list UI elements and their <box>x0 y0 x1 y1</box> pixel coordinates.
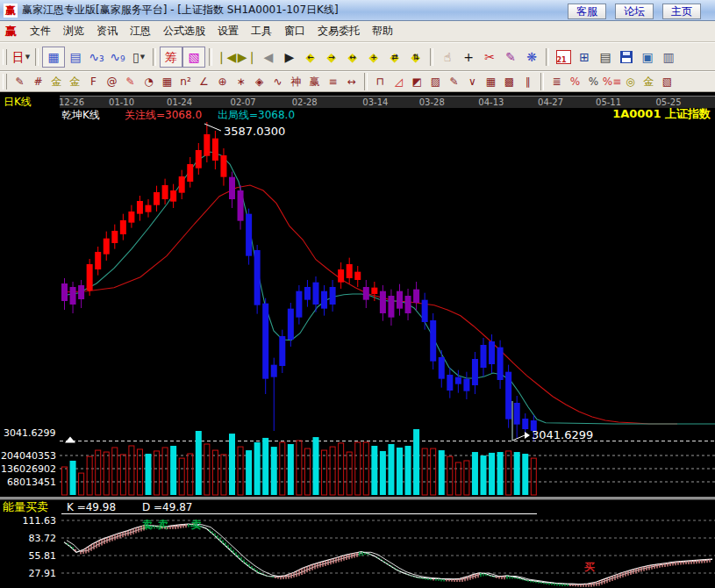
calendar-icon[interactable]: 21 <box>553 47 574 67</box>
golden-levels-icon[interactable]: 金 <box>640 74 658 90</box>
volume-bar <box>388 444 394 495</box>
forum-button[interactable]: 论坛 <box>615 4 654 19</box>
brush-icon[interactable]: ✎ <box>11 74 29 90</box>
angle-tool-icon[interactable]: ∠ <box>195 74 213 90</box>
menu-item-menu-settings[interactable]: 设置 <box>211 21 245 41</box>
child-window-menu-icon[interactable]: 赢 <box>5 24 17 39</box>
box-fan-icon[interactable]: ◩ <box>408 74 426 90</box>
star-lines-icon[interactable]: ∗ <box>232 74 250 90</box>
percent-icon[interactable]: % <box>584 74 603 90</box>
memo-notes-icon[interactable]: ▤ <box>595 47 616 67</box>
wave-tool-icon[interactable]: ∿ <box>268 74 287 90</box>
service-button[interactable]: 客服 <box>568 4 606 19</box>
menu-item-menu-news[interactable]: 资讯 <box>90 21 124 41</box>
expand-h-diamond-icon[interactable]: ◆⇄ <box>384 47 405 67</box>
toolbar-grip[interactable] <box>3 49 7 65</box>
clipped-edge-icon[interactable]: ▧ <box>658 74 676 90</box>
erase-drawing-icon[interactable]: ✂ <box>479 47 500 67</box>
fibonacci-grid-icon[interactable]: F <box>84 74 103 90</box>
oscillator-name-label[interactable]: 能量买卖 <box>3 500 48 513</box>
menu-item-menu-help[interactable]: 帮助 <box>366 21 399 41</box>
candle-body <box>70 287 76 305</box>
grid-ruler-icon[interactable]: # <box>29 74 47 90</box>
kline-period-dropdown-icon[interactable]: 日▼ <box>11 47 32 67</box>
volume-bar <box>246 450 252 495</box>
app-logo-icon: 赢 <box>4 4 18 18</box>
minute-3-chart-icon[interactable]: ∿₃ <box>86 47 107 67</box>
pane-separator[interactable] <box>0 497 715 499</box>
menu-item-menu-tools[interactable]: 工具 <box>245 21 278 41</box>
dense-grid-icon[interactable]: ▦ <box>482 74 500 90</box>
n-square-icon[interactable]: n² <box>176 74 195 90</box>
pencil-line-icon[interactable]: ✎ <box>445 74 463 90</box>
price-scale-icon[interactable]: ≡ <box>324 74 342 90</box>
pan-hand-icon[interactable]: ☝ <box>437 47 458 67</box>
zoom-all-diamond-icon[interactable]: ◆+ <box>363 47 384 67</box>
peak-price-label: 3587.0300 <box>224 125 285 138</box>
percent-levels-icon[interactable]: %≡ <box>603 74 621 90</box>
menu-item-menu-file[interactable]: 文件 <box>24 21 57 41</box>
toolbar-grip[interactable] <box>3 74 7 90</box>
shift-left-diamond-icon[interactable]: ◆← <box>300 47 321 67</box>
zoom-horizontal-diamond-icon[interactable]: ◆↔ <box>342 47 363 67</box>
menu-item-menu-formula-stockpick[interactable]: 公式选股 <box>157 21 211 41</box>
crosshair-icon[interactable]: + <box>458 47 479 67</box>
chart-panel: 12-2601-1001-2402-0702-2803-1403-2804-13… <box>0 92 715 588</box>
candle-body <box>87 264 93 290</box>
golden-grid-1-icon[interactable]: 金 <box>47 74 66 90</box>
prev-page-icon[interactable]: ◀ <box>258 47 279 67</box>
time-cycle-icon[interactable]: ◔ <box>139 74 158 90</box>
candle-body <box>61 283 68 301</box>
zigzag-icon[interactable]: ∨ <box>463 74 482 90</box>
box-hatch-icon[interactable]: ▨ <box>426 74 445 90</box>
candle-body <box>313 283 319 305</box>
last-price-label: 3041.6299 <box>532 428 593 441</box>
candle-body <box>472 359 478 385</box>
win-grid-icon[interactable]: 赢 <box>305 74 324 90</box>
expand-v-diamond-icon[interactable]: ◆⇅ <box>405 47 426 67</box>
candle-style-dropdown-icon[interactable]: ▯▼ <box>128 47 149 67</box>
f10-info-icon[interactable]: ▤ <box>65 47 86 67</box>
marker-pen-icon[interactable]: ✎ <box>121 74 139 90</box>
shen-grid-icon[interactable]: 神 <box>287 74 305 90</box>
volume-bar <box>271 447 277 495</box>
first-page-icon[interactable]: ❘◀ <box>216 47 237 67</box>
candle-body <box>220 155 226 177</box>
multi-window-icon[interactable]: ▣ <box>637 47 658 67</box>
symbol-label: 1A0001 上证指数 <box>612 107 711 120</box>
gann-wheel-icon[interactable]: ⊕ <box>213 74 232 90</box>
chart-canvas[interactable]: 12-2601-1001-2402-0702-2803-1403-2804-13… <box>0 92 715 588</box>
fan-lines-icon[interactable]: ◿ <box>390 74 408 90</box>
spiral-icon[interactable]: @ <box>103 74 121 90</box>
color-kline-icon[interactable]: ▧ <box>182 47 205 68</box>
minute-9-chart-icon[interactable]: ∿₉ <box>107 47 128 67</box>
golden-grid-2-icon[interactable]: 金 <box>66 74 84 90</box>
golden-circle-icon[interactable]: ◎ <box>621 74 640 90</box>
menu-item-menu-trade-entrust[interactable]: 交易委托 <box>311 21 366 41</box>
parallel-lines-icon[interactable]: ∥ <box>518 74 537 90</box>
calculator-icon[interactable]: ⊞ <box>574 47 595 67</box>
volume-bar <box>70 461 76 495</box>
market-quote-computer-icon[interactable]: ▥ <box>658 47 679 67</box>
next-page-icon[interactable]: ▶ <box>279 47 300 67</box>
menu-item-menu-gann[interactable]: 江恩 <box>124 21 157 41</box>
gann-draw-icon[interactable]: ❋ <box>521 47 542 67</box>
ladder-scale-icon[interactable]: ≣ <box>547 74 566 90</box>
percent-retrace-icon[interactable]: % <box>566 74 584 90</box>
draw-shape-icon[interactable]: ✎ <box>500 47 521 67</box>
dynamic-board-icon[interactable]: ▦ <box>42 47 65 68</box>
chip-distribution-icon[interactable]: 筹 <box>160 47 182 68</box>
spider-web-icon[interactable]: ◈ <box>250 74 268 90</box>
home-button[interactable]: 主页 <box>662 4 701 19</box>
grid-square-icon[interactable]: ▩ <box>500 74 518 90</box>
range-arrows-icon[interactable]: ↔ <box>342 74 361 90</box>
menu-item-menu-browse[interactable]: 浏览 <box>57 21 90 41</box>
menu-item-menu-window[interactable]: 窗口 <box>278 21 311 41</box>
volume-bar <box>439 450 445 495</box>
last-page-icon[interactable]: ▶❘ <box>237 47 258 67</box>
hatch-grid-icon[interactable]: ▦ <box>158 74 176 90</box>
rect-tool-icon[interactable]: ⊓ <box>371 74 390 90</box>
save-icon[interactable] <box>616 47 637 67</box>
shift-right-diamond-icon[interactable]: ◆→ <box>321 47 342 67</box>
signal-marker-label: 买 <box>584 561 595 573</box>
